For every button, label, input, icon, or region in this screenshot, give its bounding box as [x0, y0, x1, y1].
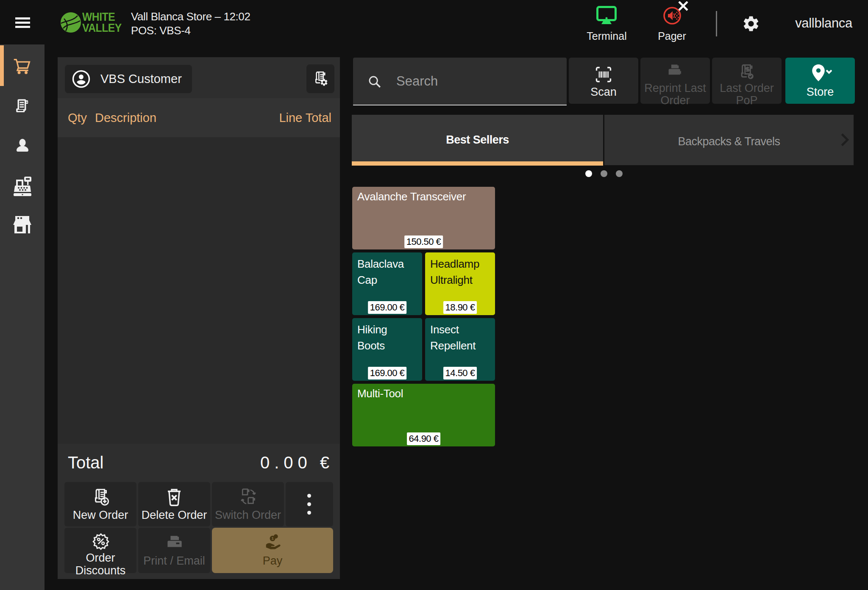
svg-text:1: 1	[271, 536, 274, 540]
